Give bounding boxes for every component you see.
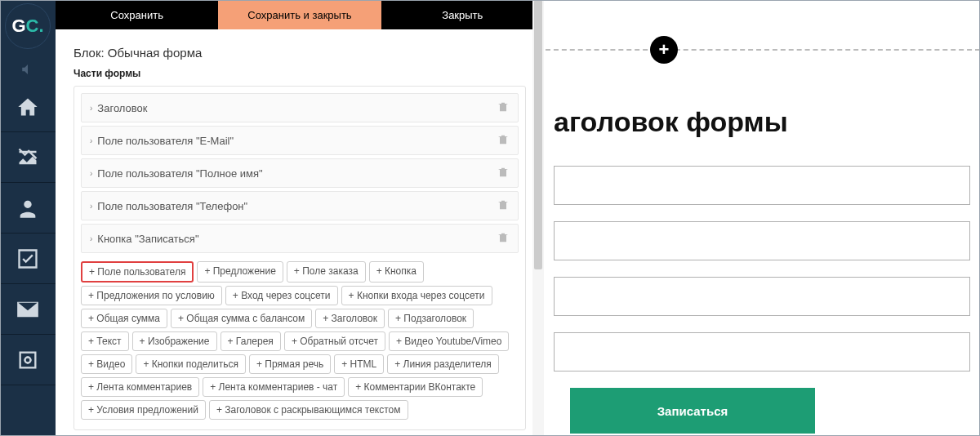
add-block-button[interactable]: +	[650, 36, 678, 64]
form-part-label: Поле пользователя "Полное имя"	[97, 167, 262, 180]
form-part-label: Заголовок	[97, 102, 147, 114]
submit-button[interactable]: Записаться	[570, 388, 815, 434]
preview-panel: + аголовок формы Записаться	[546, 0, 980, 436]
add-element-button[interactable]: + Видео	[81, 354, 132, 374]
add-element-button[interactable]: + Комментарии ВКонтакте	[348, 377, 483, 397]
add-element-button[interactable]: + Прямая речь	[249, 354, 331, 374]
add-element-button[interactable]: + Поле пользователя	[81, 261, 194, 283]
logo[interactable]: GC.	[5, 3, 51, 49]
add-element-button[interactable]: + Поле заказа	[287, 261, 366, 283]
check-icon[interactable]	[0, 234, 56, 284]
editor-toolbar: Сохранить Сохранить и закрыть Закрыть	[56, 0, 544, 29]
form-part-row[interactable]: ›Кнопка "Записаться"	[81, 224, 519, 253]
add-element-button[interactable]: + Вход через соцсети	[225, 286, 338, 305]
add-element-button[interactable]: + Обратный отсчет	[284, 331, 385, 351]
insert-divider	[546, 49, 980, 51]
form-input-4[interactable]	[554, 332, 970, 371]
form-part-row[interactable]: ›Поле пользователя "Полное имя"	[81, 158, 519, 188]
add-element-button[interactable]: + Изображение	[132, 331, 217, 351]
editor-scrollbar[interactable]	[532, 0, 544, 436]
safe-icon[interactable]	[0, 335, 56, 385]
add-element-button[interactable]: + Общая сумма	[81, 309, 167, 328]
add-element-button[interactable]: + HTML	[334, 354, 384, 374]
add-element-button[interactable]: + Предложения по условию	[81, 286, 222, 305]
add-element-button[interactable]: + Лента комментариев	[81, 377, 199, 397]
close-button[interactable]: Закрыть	[381, 0, 544, 29]
trash-icon[interactable]	[497, 231, 510, 247]
add-element-button[interactable]: + Общая сумма с балансом	[171, 309, 312, 328]
editor-scrollbar-thumb[interactable]	[534, 0, 542, 269]
add-element-button[interactable]: + Условия предложений	[81, 400, 206, 420]
save-close-button[interactable]: Сохранить и закрыть	[218, 0, 381, 29]
svg-rect-0	[20, 352, 36, 367]
add-element-button[interactable]: + Предложение	[197, 261, 283, 283]
logo-dot: .	[38, 16, 43, 36]
form-part-label: Поле пользователя "E-Mail"	[97, 135, 234, 147]
home-icon[interactable]	[0, 82, 56, 132]
form-parts-box: ›Заголовок›Поле пользователя "E-Mail"›По…	[74, 86, 526, 430]
chevron-right-icon: ›	[90, 136, 92, 145]
form-part-row[interactable]: ›Заголовок	[81, 93, 519, 122]
form-title: аголовок формы	[554, 106, 980, 138]
add-element-button[interactable]: + Заголовок с раскрывающимся текстом	[209, 400, 408, 420]
add-element-button[interactable]: + Галерея	[220, 331, 281, 351]
mail-icon[interactable]	[0, 284, 56, 335]
save-button[interactable]: Сохранить	[56, 0, 218, 29]
trash-icon[interactable]	[497, 133, 510, 149]
logo-g: G	[11, 16, 25, 36]
add-element-button[interactable]: + Текст	[81, 331, 129, 351]
block-title: Блок: Обычная форма	[74, 46, 526, 60]
form-input-2[interactable]	[554, 221, 970, 260]
svg-point-1	[25, 357, 31, 363]
logo-c: C	[26, 16, 39, 36]
add-element-button[interactable]: + Подзаголовок	[388, 309, 474, 328]
add-element-button[interactable]: + Лента комментариев - чат	[203, 377, 345, 397]
chart-icon[interactable]	[0, 132, 56, 183]
form-input-3[interactable]	[554, 277, 970, 316]
trash-icon[interactable]	[497, 166, 510, 181]
trash-icon[interactable]	[497, 198, 510, 214]
add-element-button[interactable]: + Линия разделителя	[387, 354, 499, 374]
editor-panel: Сохранить Сохранить и закрыть Закрыть Бл…	[56, 0, 544, 436]
form-part-label: Кнопка "Записаться"	[97, 233, 198, 245]
add-element-button[interactable]: + Заголовок	[315, 309, 385, 328]
form-part-row[interactable]: ›Поле пользователя "E-Mail"	[81, 126, 519, 155]
sidebar: GC.	[0, 0, 56, 436]
chevron-right-icon: ›	[90, 104, 92, 113]
chevron-right-icon: ›	[90, 169, 92, 178]
add-element-button[interactable]: + Кнопки входа через соцсети	[341, 286, 492, 305]
add-element-button[interactable]: + Кнопки поделиться	[136, 354, 246, 374]
sound-icon[interactable]	[0, 57, 56, 82]
add-element-button[interactable]: + Видео Youtube/Vimeo	[389, 331, 509, 351]
chevron-right-icon: ›	[90, 202, 92, 211]
add-buttons-container: + Поле пользователя+ Предложение+ Поле з…	[81, 261, 519, 420]
form-part-label: Поле пользователя "Телефон"	[97, 200, 247, 212]
section-title: Части формы	[74, 68, 526, 79]
chevron-right-icon: ›	[90, 234, 92, 243]
trash-icon[interactable]	[497, 100, 510, 116]
form-input-1[interactable]	[554, 166, 970, 205]
form-part-row[interactable]: ›Поле пользователя "Телефон"	[81, 191, 519, 220]
users-icon[interactable]	[0, 183, 56, 234]
add-element-button[interactable]: + Кнопка	[369, 261, 424, 283]
